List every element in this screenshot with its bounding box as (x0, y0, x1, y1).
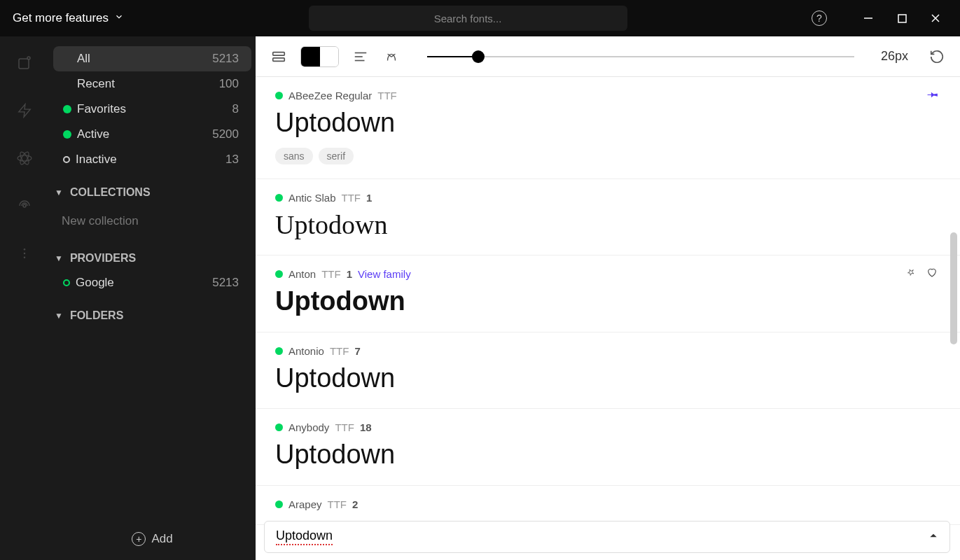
sidebar: All 5213 Recent 100 Favorites 8 Active 5… (0, 36, 256, 560)
font-card[interactable]: AntonioTTF7Uptodown (256, 332, 960, 410)
size-slider[interactable] (427, 56, 854, 57)
collections-header[interactable]: ▼ COLLECTIONS (49, 172, 256, 204)
toolbar: 26px (256, 36, 960, 77)
close-button[interactable] (929, 12, 942, 24)
view-family-link[interactable]: View family (358, 268, 411, 280)
font-header: ArapeyTTF2 (275, 498, 940, 510)
font-card[interactable]: AnybodyTTF18Uptodown (256, 409, 960, 486)
pin-icon[interactable] (926, 88, 939, 101)
align-icon[interactable] (352, 48, 370, 66)
provider-google[interactable]: Google 5213 (53, 270, 251, 295)
font-count: 2 (352, 498, 358, 510)
slider-fill (427, 56, 478, 57)
nav-label: Inactive (76, 153, 225, 167)
svg-rect-14 (273, 52, 285, 55)
font-name: Antic Slab (288, 192, 336, 204)
content: 26px ABeeZee RegularTTFUptodownsansserif… (256, 36, 960, 560)
pin-icon[interactable] (905, 267, 918, 279)
font-tag[interactable]: sans (275, 148, 313, 164)
maximize-button[interactable] (896, 12, 908, 24)
nav-label: Active (77, 127, 212, 141)
slider-thumb[interactable] (472, 50, 485, 63)
scrollbar-thumb[interactable] (950, 232, 957, 344)
font-type: TTF (328, 498, 347, 510)
svg-point-5 (27, 57, 30, 59)
font-name: Antonio (288, 345, 324, 357)
font-preview[interactable]: Uptodown (275, 363, 940, 395)
svg-rect-1 (898, 15, 906, 22)
ligature-icon[interactable] (382, 48, 401, 66)
triangle-down-icon: ▼ (55, 311, 63, 321)
more-icon[interactable] (15, 244, 34, 263)
get-more-features-button[interactable]: Get more features (0, 11, 124, 25)
providers-header[interactable]: ▼ PROVIDERS (49, 238, 256, 270)
reset-icon[interactable] (928, 48, 946, 66)
nav-count: 5213 (212, 52, 239, 66)
font-card[interactable]: ABeeZee RegularTTFUptodownsansserif (256, 77, 960, 179)
font-preview[interactable]: Uptodown (275, 209, 940, 241)
preview-text-input[interactable]: Uptodown (276, 528, 333, 545)
font-header: ABeeZee RegularTTF (275, 90, 940, 102)
font-card[interactable]: AntonTTF1View familyUptodown (256, 255, 960, 332)
font-header: AntonTTF1View family (275, 268, 940, 280)
svg-marker-19 (930, 534, 936, 538)
search-input[interactable]: Search fonts... (309, 6, 627, 31)
font-name: Anton (288, 268, 316, 280)
add-label: Add (151, 532, 172, 546)
workspace-icon[interactable] (15, 53, 34, 73)
add-button[interactable]: + Add (49, 518, 256, 560)
status-dot-icon (275, 270, 283, 278)
font-header: AntonioTTF7 (275, 345, 940, 357)
lightning-icon[interactable] (15, 101, 34, 120)
collapse-up-icon[interactable] (928, 531, 938, 543)
font-type: TTF (377, 90, 397, 102)
help-icon[interactable]: ? (812, 10, 827, 26)
chevron-down-icon (114, 11, 124, 25)
nav-count: 5213 (212, 276, 239, 290)
preview-text-bar[interactable]: Uptodown (264, 521, 950, 553)
new-collection-button[interactable]: New collection (49, 204, 256, 238)
font-header: AnybodyTTF18 (275, 421, 940, 433)
font-list[interactable]: ABeeZee RegularTTFUptodownsansserifAntic… (256, 77, 960, 560)
atom-icon[interactable] (15, 148, 34, 168)
nav-all[interactable]: All 5213 (53, 46, 251, 71)
nav-label: All (77, 52, 212, 66)
font-preview[interactable]: Uptodown (275, 286, 940, 318)
font-preview[interactable]: Uptodown (275, 107, 940, 139)
svg-rect-15 (273, 57, 285, 61)
broadcast-icon[interactable] (15, 196, 34, 216)
features-label: Get more features (13, 11, 109, 25)
font-card[interactable]: Antic SlabTTF1Uptodown (256, 179, 960, 256)
nav-favorites[interactable]: Favorites 8 (53, 97, 251, 122)
font-card[interactable]: ArapeyTTF2 (256, 486, 960, 525)
status-dot-icon (275, 424, 283, 431)
heart-icon[interactable] (926, 267, 939, 279)
minimize-button[interactable] (862, 12, 875, 24)
nav-active[interactable]: Active 5200 (53, 122, 251, 147)
folders-header[interactable]: ▼ FOLDERS (49, 295, 256, 328)
nav-inactive[interactable]: Inactive 13 (53, 147, 251, 172)
font-count: 1 (347, 268, 352, 280)
svg-rect-4 (19, 59, 29, 69)
status-dot-icon (63, 279, 70, 286)
font-count: 7 (354, 345, 360, 357)
layout-icon[interactable] (270, 48, 288, 66)
font-tag[interactable]: serif (319, 148, 354, 164)
svg-point-10 (23, 204, 26, 207)
nav-recent[interactable]: Recent 100 (53, 71, 251, 97)
font-type: TTF (335, 421, 354, 433)
nav: All 5213 Recent 100 Favorites 8 Active 5… (49, 36, 256, 560)
triangle-down-icon: ▼ (55, 188, 63, 197)
light-half (320, 47, 339, 66)
titlebar: Get more features Search fonts... ? (0, 0, 960, 36)
font-preview[interactable]: Uptodown (275, 439, 940, 471)
size-slider-wrap (413, 56, 868, 57)
font-name: Arapey (288, 498, 322, 510)
svg-marker-6 (19, 104, 31, 117)
font-name: ABeeZee Regular (288, 90, 372, 102)
color-mode-toggle[interactable] (300, 46, 339, 67)
font-type: TTF (321, 268, 341, 280)
status-dot-icon (275, 92, 283, 99)
rail (0, 36, 49, 560)
font-count: 1 (366, 192, 372, 204)
